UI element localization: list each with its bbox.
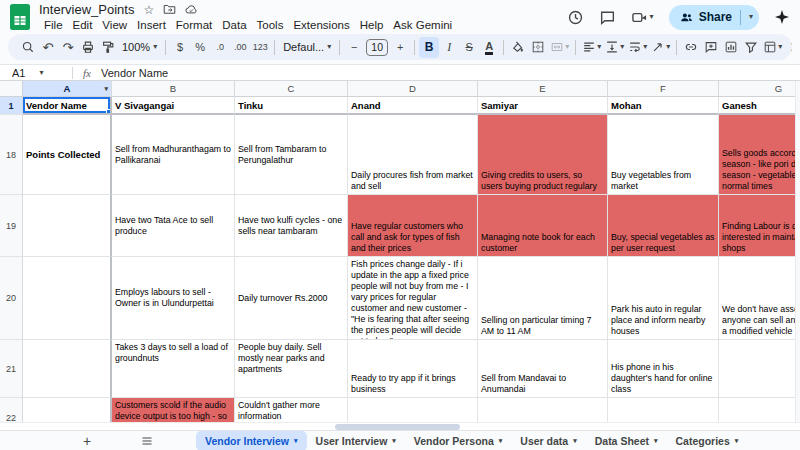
star-icon[interactable]: ☆ [143, 4, 154, 16]
tab-data-sheet[interactable]: Data Sheet▾ [586, 431, 667, 450]
cell-C21[interactable]: People buy daily. Sell mostly near parks… [235, 340, 348, 398]
menu-help[interactable]: Help [355, 19, 389, 31]
cell-G22[interactable] [719, 398, 800, 422]
menu-view[interactable]: View [97, 19, 132, 31]
tab-dropdown-icon[interactable]: ▾ [392, 437, 396, 445]
cell-A20[interactable] [23, 257, 112, 340]
column-dropdown-icon[interactable]: ▾ [104, 85, 108, 93]
text-rotation-icon[interactable]: ▾ [649, 37, 672, 58]
share-dropdown-icon[interactable]: ▾ [749, 13, 753, 21]
cell-G20[interactable]: We don't have association anyone can sel… [719, 257, 800, 340]
cell-B1[interactable]: V Sivagangai [112, 97, 235, 115]
cell-A19[interactable] [23, 195, 112, 257]
increase-decimals-button[interactable]: .00 [230, 37, 250, 58]
cell-F21[interactable]: His phone in his daughter's hand for onl… [608, 340, 719, 398]
insert-chart-icon[interactable] [721, 37, 741, 58]
column-header-a[interactable]: A▾ [23, 81, 112, 97]
vertical-scrollbar[interactable] [795, 81, 800, 422]
menu-data[interactable]: Data [217, 19, 251, 31]
cell-G1[interactable]: Ganesh [719, 97, 800, 115]
cell-E19[interactable]: Managing note book for each customer [478, 195, 608, 257]
move-folder-icon[interactable] [163, 3, 176, 16]
fill-handle[interactable] [106, 109, 111, 114]
cell-F22[interactable] [608, 398, 719, 422]
font-size-increase-button[interactable]: + [390, 37, 410, 58]
doc-title[interactable]: Interview_Points [39, 2, 134, 17]
add-sheet-button[interactable]: + [78, 432, 96, 450]
print-icon[interactable] [78, 37, 98, 58]
horizontal-scrollbar[interactable] [0, 422, 800, 430]
merge-cells-icon[interactable]: ▾ [548, 37, 571, 58]
cell-A21[interactable] [23, 340, 112, 398]
tab-dropdown-icon[interactable]: ▾ [499, 437, 503, 445]
cell-D20[interactable]: Fish prices change daily - If i update i… [348, 257, 478, 340]
cell-C20[interactable]: Daily turnover Rs.2000 [235, 257, 348, 340]
tab-dropdown-icon[interactable]: ▾ [735, 437, 739, 445]
name-box[interactable]: A1 ▾ [0, 67, 72, 79]
cell-B19[interactable]: Have two Tata Ace to sell produce [112, 195, 235, 257]
more-formats-button[interactable]: 123 [250, 37, 270, 58]
text-color-button[interactable]: A [479, 37, 499, 58]
column-header-b[interactable]: B [112, 81, 235, 97]
gemini-icon[interactable] [774, 9, 790, 25]
tab-user-interview[interactable]: User Interview▾ [307, 431, 405, 450]
row-header-21[interactable]: 21 [0, 340, 23, 398]
menu-extensions[interactable]: Extensions [288, 19, 354, 31]
cell-E1[interactable]: Samiyar [478, 97, 608, 115]
tab-dropdown-icon[interactable]: ▾ [294, 437, 298, 445]
cell-D22[interactable] [348, 398, 478, 422]
column-header-d[interactable]: D [348, 81, 478, 97]
tab-dropdown-icon[interactable]: ▾ [573, 437, 577, 445]
insert-comment-icon[interactable] [701, 37, 721, 58]
tab-categories[interactable]: Categories▾ [667, 431, 748, 450]
cell-G19[interactable]: Finding Labour is difficult interested i… [719, 195, 800, 257]
menu-file[interactable]: File [39, 19, 68, 31]
cell-D21[interactable]: Ready to try app if it brings business [348, 340, 478, 398]
name-box-dropdown-icon[interactable]: ▾ [39, 69, 43, 77]
cell-B18[interactable]: Sell from Madhuranthagam to Pallikaranai [112, 115, 235, 195]
tab-vendor-persona[interactable]: Vendor Persona▾ [405, 431, 511, 450]
column-header-e[interactable]: E [478, 81, 608, 97]
cell-E22[interactable] [478, 398, 608, 422]
column-header-f[interactable]: F [608, 81, 719, 97]
tab-vendor-interview[interactable]: Vendor Interview▾ [196, 431, 307, 450]
decrease-decimals-button[interactable]: .0 [210, 37, 230, 58]
font-size-decrease-button[interactable]: − [344, 37, 364, 58]
select-all-corner[interactable] [0, 81, 23, 97]
tab-user-data[interactable]: User data▾ [511, 431, 585, 450]
version-history-icon[interactable] [567, 9, 584, 26]
cell-F20[interactable]: Park his auto in regular place and infor… [608, 257, 719, 340]
cell-G21[interactable] [719, 340, 800, 398]
cell-F19[interactable]: Buy, special vegetables as per user requ… [608, 195, 719, 257]
tab-dropdown-icon[interactable]: ▾ [654, 437, 658, 445]
menu-format[interactable]: Format [171, 19, 217, 31]
formula-input[interactable]: Vendor Name [101, 67, 168, 79]
menu-tools[interactable]: Tools [252, 19, 289, 31]
comments-icon[interactable] [599, 9, 616, 26]
insert-link-icon[interactable] [681, 37, 701, 58]
bold-button[interactable]: B [419, 37, 439, 58]
cell-C1[interactable]: Tinku [235, 97, 348, 115]
cell-E18[interactable]: Giving credits to users, so users buying… [478, 115, 608, 195]
column-header-c[interactable]: C [235, 81, 348, 97]
font-size-field[interactable]: 10 [366, 39, 388, 56]
text-wrap-icon[interactable]: ▾ [626, 37, 649, 58]
sheets-logo-icon[interactable] [10, 4, 30, 30]
cell-D18[interactable]: Daily procures fish from market and sell [348, 115, 478, 195]
borders-icon[interactable] [528, 37, 548, 58]
menu-insert[interactable]: Insert [132, 19, 171, 31]
cell-D19[interactable]: Have regular customers who call and ask … [348, 195, 478, 257]
cell-B21[interactable]: Takes 3 days to sell a load of groundnut… [112, 340, 235, 398]
menu-edit[interactable]: Edit [68, 19, 98, 31]
column-header-g[interactable]: G [719, 81, 800, 97]
cell-G18[interactable]: Sells goods according to season - like p… [719, 115, 800, 195]
search-icon[interactable] [18, 37, 38, 58]
redo-button[interactable]: ↷ [58, 37, 78, 58]
cell-B22[interactable]: Customers scold if the audio device outp… [112, 398, 235, 422]
cell-E20[interactable]: Selling on particular timing 7 AM to 11 … [478, 257, 608, 340]
cell-F1[interactable]: Mohan [608, 97, 719, 115]
undo-button[interactable]: ↶ [38, 37, 58, 58]
horizontal-align-icon[interactable]: ▾ [580, 37, 603, 58]
paint-format-icon[interactable] [98, 37, 118, 58]
row-header-22[interactable]: 22 [0, 398, 23, 422]
